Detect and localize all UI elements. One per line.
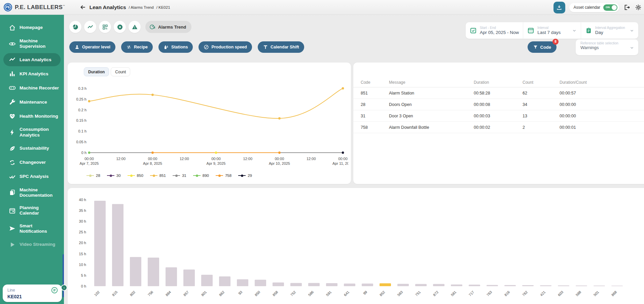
start-end-selector[interactable]: Start - End Apr 05, 2025 - Now: [466, 22, 523, 39]
sidebar-item-lean-analytics[interactable]: Lean Analytics: [3, 53, 61, 66]
sidebar-item-consumption-analytics[interactable]: Consumption Analytics: [3, 124, 61, 141]
filter-button-production-speed[interactable]: Production speed: [199, 41, 252, 53]
back-arrow-icon: [80, 4, 86, 10]
svg-text:15 h: 15 h: [79, 252, 86, 256]
sidebar-item-smart-notifications[interactable]: Smart Notifications: [3, 220, 61, 237]
svg-text:00:00: 00:00: [338, 157, 348, 161]
legend-item-758[interactable]: 758: [216, 174, 231, 178]
asset-calendar-label: Asset calendar: [574, 5, 600, 10]
export-download-button[interactable]: [553, 2, 565, 13]
sidebar-item-maintenance[interactable]: Maintenance: [3, 96, 61, 109]
tab-duration[interactable]: Duration: [84, 67, 109, 76]
tab-count[interactable]: Count: [111, 67, 130, 76]
sidebar-item-spc-analysis[interactable]: SPC Analysis: [3, 170, 61, 183]
cell-code: 28: [353, 102, 389, 107]
svg-text:641: 641: [343, 290, 350, 297]
sidebar-item-label: SPC Analysis: [20, 174, 49, 179]
trend-view-button[interactable]: [84, 21, 96, 33]
sidebar-item-homepage[interactable]: Homepage: [3, 21, 61, 34]
eye-icon: [5, 40, 20, 47]
table-row[interactable]: ------ --------- -- ----- -- --: [353, 133, 644, 139]
column-header-message[interactable]: Message: [389, 80, 474, 85]
legend-label: 850: [137, 174, 143, 178]
back-button[interactable]: [79, 3, 87, 12]
legend-item-850[interactable]: 850: [128, 174, 143, 178]
sidebar-item-kpi-analytics[interactable]: KPI Analytics: [3, 67, 61, 80]
view-iconbar: Alarms Trend: [69, 21, 191, 33]
pie-view-button[interactable]: [69, 21, 81, 33]
column-header-duration-count[interactable]: Duration/Count: [560, 80, 644, 85]
legend-item-29[interactable]: 29: [238, 174, 252, 178]
cell-count: 34: [523, 102, 560, 107]
legend-label: 851: [159, 174, 166, 178]
sidebar-collapse-button[interactable]: ‹: [61, 284, 67, 291]
filter-button-recipe[interactable]: Recipe: [121, 41, 153, 53]
column-header-count[interactable]: Count: [523, 80, 560, 85]
logout-button[interactable]: [623, 4, 631, 11]
aggregation-value: Day: [595, 30, 625, 35]
table-row[interactable]: 851Alarm Station00:58:286200:00:57: [353, 87, 644, 99]
legend-item-30[interactable]: 30: [107, 174, 121, 178]
aggregation-selector[interactable]: Interval Aggregation Day: [581, 22, 638, 39]
svg-text:00:00: 00:00: [148, 157, 157, 161]
sidebar-item-changeover[interactable]: Changeover: [3, 156, 61, 169]
svg-text:0.05 h: 0.05 h: [76, 140, 86, 144]
warnings-view-button[interactable]: [129, 21, 141, 33]
svg-text:751: 751: [415, 290, 422, 297]
cell-count: 13: [523, 114, 560, 118]
sidebar-item-machine-supervision[interactable]: Machine Supervision: [3, 35, 61, 52]
alarms-trend-chip[interactable]: Alarms Trend: [145, 21, 191, 33]
sidebar-item-label: Smart Notifications: [20, 223, 59, 234]
filter-button-calendar-shift[interactable]: Calendar Shift: [258, 41, 304, 53]
stations-icon: [164, 44, 169, 50]
legend-item-31[interactable]: 31: [173, 174, 186, 178]
sidebar-item-planning-calendar[interactable]: Planning Calendar: [3, 202, 61, 219]
legend-item-28[interactable]: 28: [86, 174, 100, 178]
start-end-value: Apr 05, 2025 - Now: [480, 30, 519, 35]
column-header-duration[interactable]: Duration: [474, 80, 523, 85]
legend-swatch: [128, 175, 135, 176]
speed-icon: [204, 44, 209, 50]
asset-calendar-toggle[interactable]: ON: [603, 4, 617, 11]
sidebar-item-sustainability[interactable]: Sustainability: [3, 142, 61, 155]
svg-text:862: 862: [218, 290, 225, 297]
filter-button-stations[interactable]: Stations: [158, 41, 193, 53]
cell-code: ---: [353, 137, 389, 139]
table-row[interactable]: 28Doors Open00:00:083400:00:00: [353, 99, 644, 110]
sidebar-item-machine-documentation[interactable]: Machine Documentation: [3, 184, 61, 201]
svg-text:858: 858: [272, 290, 279, 297]
interval-selector[interactable]: Interval Last 7 days: [523, 22, 580, 39]
alarms-table-card: CodeMessageDurationCountDuration/Count85…: [353, 63, 644, 184]
sidebar-item-label: Planning Calendar: [20, 205, 59, 216]
code-filter-button[interactable]: Code: [528, 41, 557, 53]
line-chart: 0.3 h0.25 h0.2 h0.15 h0.1 h0.05 h0 h00:0…: [70, 78, 348, 169]
legend-item-890[interactable]: 890: [193, 174, 209, 178]
errors-view-button[interactable]: [114, 21, 126, 33]
shift-icon: [263, 44, 268, 50]
svg-text:802: 802: [129, 290, 136, 297]
sidebar-item-machine-recorder[interactable]: Machine Recorder: [3, 81, 61, 94]
svg-text:Apr 10, 2025: Apr 10, 2025: [269, 161, 290, 165]
sidebar-item-label: Machine Supervision: [20, 38, 59, 49]
column-header-code[interactable]: Code: [353, 80, 389, 85]
double-check-icon: [5, 173, 20, 180]
svg-text:801: 801: [201, 290, 208, 297]
duration-count-tabs: DurationCount: [84, 67, 130, 76]
reference-table-selector[interactable]: Reference table selection Warnings: [576, 39, 638, 55]
matrix-view-button[interactable]: [99, 21, 111, 33]
sidebar-item-health-monitoring[interactable]: Health Monitoring: [3, 110, 61, 123]
svg-text:30 h: 30 h: [79, 219, 86, 223]
send-icon: [5, 225, 20, 232]
x-circle-icon: [117, 24, 123, 30]
legend-swatch: [238, 175, 246, 176]
settings-button[interactable]: [635, 4, 642, 11]
table-row[interactable]: 31Door 3 Open00:00:031300:00:00: [353, 110, 644, 122]
legend-item-851[interactable]: 851: [150, 174, 166, 178]
filter-button-operator-level[interactable]: Operator level: [69, 41, 115, 53]
legend-swatch: [86, 175, 94, 176]
line-selector-card[interactable]: Line KE021: [3, 284, 62, 302]
table-row[interactable]: 758Alarm Downfall Bottle00:00:02200:00:0…: [353, 122, 644, 133]
leaf-icon: [5, 145, 20, 152]
svg-text:99: 99: [362, 290, 368, 296]
reference-value: Warnings: [580, 45, 599, 50]
